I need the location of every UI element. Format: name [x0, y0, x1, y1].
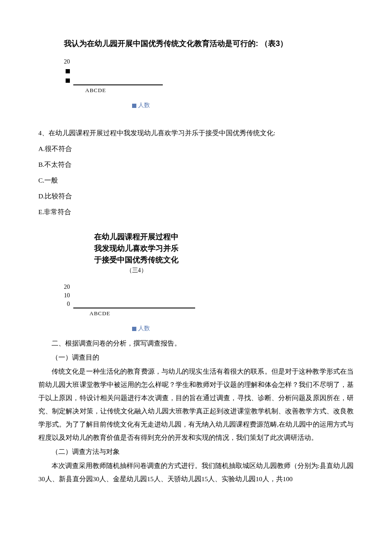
report-sec1-title: （一）调查目的 [38, 351, 354, 364]
chart-1: 我认为在幼儿园开展中国优秀传统文化教育活动是可行的: （表3） 20 ABCDE [64, 38, 354, 109]
chart-1-x-axis: ABCDE [85, 87, 354, 94]
chart-2: 在幼儿园课程开展过程中 我发现幼儿喜欢学习并乐 于接受中国优秀传统文化 （三4）… [64, 231, 354, 332]
report-body: 二、根据调查问卷的分析，撰写调查报告。 （一）调查目的 传统文化是一种生活化的教… [38, 337, 354, 485]
q4-stem: 4、在幼儿园课程开展过程中我发现幼儿喜欢学习并乐于接受中国优秀传统文化: [38, 126, 354, 139]
chart-2-legend-text: 人数 [138, 325, 150, 331]
chart-1-plot [73, 59, 163, 85]
q4-option-a: A.很不符合 [38, 142, 354, 155]
chart-2-legend: 人数 [132, 325, 354, 332]
chart-2-title-l1: 在幼儿园课程开展过程中 [77, 231, 196, 243]
chart-2-title-l3: 于接受中国优秀传统文化 [77, 254, 196, 266]
chart-1-legend: 人数 [132, 102, 354, 109]
chart-2-x-axis: ABCDE [89, 310, 354, 317]
q4-option-e: E.非常符合 [38, 205, 354, 218]
chart-2-title-sub: （三4） [77, 266, 196, 275]
report-sec2-title: （二）调查方法与对象 [38, 445, 354, 458]
chart-1-title-suffix: （表3） [260, 39, 288, 48]
question-4: 4、在幼儿园课程开展过程中我发现幼儿喜欢学习并乐于接受中国优秀传统文化: A.很… [38, 126, 354, 218]
chart-2-y-20: 20 [64, 284, 70, 291]
chart-1-y-20: 20 [64, 58, 70, 65]
y-tick-mark-icon [66, 78, 70, 83]
chart-2-y-axis: 20 10 0 [64, 283, 70, 308]
chart-1-legend-text: 人数 [138, 102, 150, 108]
report-sec1-paragraph: 传统文化是一种生活化的教育费源，与幼儿的现实生活有着很大的联系。但是对于这种教学… [38, 365, 354, 444]
chart-1-y-axis: 20 [64, 57, 70, 85]
chart-1-title: 我认为在幼儿园开展中国优秀传统文化教育活动是可行的: （表3） [64, 38, 354, 49]
chart-2-y-0: 0 [67, 301, 70, 308]
q4-option-d: D.比较符合 [38, 189, 354, 203]
chart-2-title: 在幼儿园课程开展过程中 我发现幼儿喜欢学习并乐 于接受中国优秀传统文化 （三4） [77, 231, 196, 275]
legend-square-icon [132, 104, 136, 108]
q4-option-c: C.一般 [38, 174, 354, 187]
report-heading-2: 二、根据调查问卷的分析，撰写调查报告。 [38, 337, 354, 350]
y-tick-mark-icon [66, 69, 70, 73]
q4-option-b: B.不太符合 [38, 158, 354, 171]
chart-2-y-10: 10 [64, 292, 70, 299]
chart-2-plot [73, 281, 195, 308]
report-sec2-paragraph: 本次调查采用教师随机抽样问卷调查的方式进行。我们随机抽取城区幼儿园教师（分别为:… [38, 459, 354, 485]
chart-2-title-l2: 我发现幼儿喜欢学习并乐 [77, 243, 196, 254]
chart-1-title-main: 我认为在幼儿园开展中国优秀传统文化教育活动是可行的: [64, 39, 258, 48]
legend-square-icon [132, 327, 136, 331]
